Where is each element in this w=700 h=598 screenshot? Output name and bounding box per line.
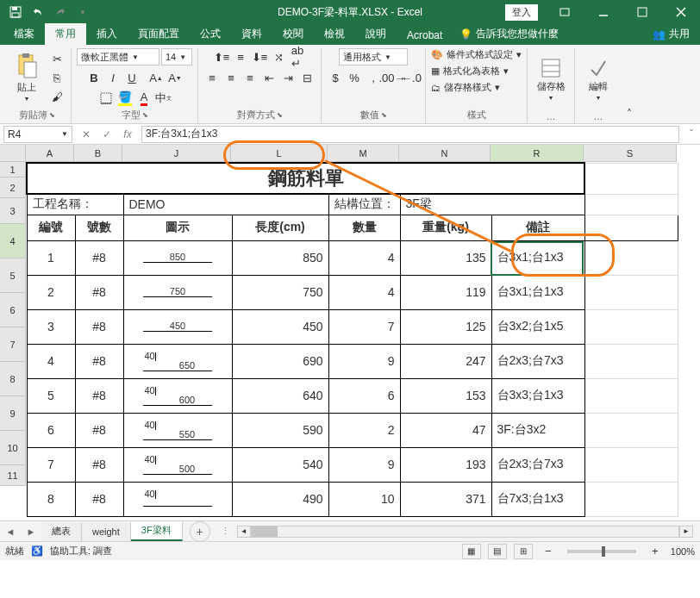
redo-button[interactable]	[50, 2, 71, 22]
align-top-button[interactable]: ⬆≡	[213, 48, 230, 65]
tab-help[interactable]: 說明	[355, 23, 397, 45]
undo-button[interactable]	[28, 2, 48, 22]
align-right-button[interactable]: ≡	[241, 69, 259, 86]
select-all-button[interactable]	[0, 145, 26, 162]
tab-file[interactable]: 檔案	[3, 23, 45, 45]
row-header[interactable]: 1	[0, 162, 26, 178]
cells-button[interactable]: 儲存格▼	[533, 53, 569, 106]
align-middle-button[interactable]: ≡	[232, 48, 249, 65]
cell-styles-button[interactable]: 🗂儲存格樣式 ▾	[431, 81, 500, 94]
sheet-cells[interactable]: 鋼筋料單工程名稱：DEMO結構位置：3F梁編號號數圖示長度(cm)數量重量(kg…	[26, 162, 678, 517]
enter-formula-button[interactable]: ✓	[97, 126, 117, 143]
tab-view[interactable]: 檢視	[314, 23, 355, 45]
row-header[interactable]: 10	[0, 431, 26, 465]
font-color-button[interactable]: A	[135, 90, 153, 107]
sheet-tab[interactable]: 3F梁料	[131, 522, 183, 541]
font-size-select[interactable]: 14▼	[161, 48, 192, 65]
worksheet-grid[interactable]: A B J L M N R S 1234567891011 鋼筋料單工程名稱：D…	[0, 145, 700, 520]
share-button[interactable]: 👥共用	[642, 23, 700, 45]
sheet-nav-prev[interactable]: ◄	[0, 521, 21, 542]
col-header[interactable]: A	[26, 145, 74, 162]
align-bottom-button[interactable]: ⬇≡	[251, 48, 268, 65]
row-header[interactable]: 3	[0, 198, 26, 224]
currency-button[interactable]: $	[327, 69, 344, 86]
border-button[interactable]	[97, 90, 115, 107]
number-format-select[interactable]: 通用格式▼	[339, 48, 408, 65]
col-header[interactable]: S	[584, 145, 677, 162]
fx-button[interactable]: fx	[117, 126, 138, 143]
indent-right-button[interactable]: ⇥	[279, 69, 297, 86]
minimize-button[interactable]	[584, 0, 622, 24]
zoom-out-button[interactable]: −	[540, 543, 557, 560]
maximize-button[interactable]	[622, 0, 661, 24]
row-header[interactable]: 9	[0, 396, 26, 431]
shrink-font-button[interactable]: A▼	[166, 69, 184, 86]
login-button[interactable]: 登入	[505, 4, 538, 21]
inc-decimal-button[interactable]: .00→	[384, 69, 401, 86]
editing-button[interactable]: 編輯▼	[580, 53, 616, 106]
dec-decimal-button[interactable]: ←.0	[403, 69, 420, 86]
qat-dropdown[interactable]: ▼	[72, 2, 93, 22]
font-name-select[interactable]: 微軟正黑體▼	[77, 48, 159, 65]
col-header[interactable]: M	[328, 145, 399, 162]
tab-layout[interactable]: 頁面配置	[128, 23, 190, 45]
grow-font-button[interactable]: A▲	[147, 69, 165, 86]
name-box[interactable]: R4▼	[3, 126, 72, 143]
row-header[interactable]: 7	[0, 327, 26, 362]
row-header[interactable]: 6	[0, 293, 26, 327]
align-center-button[interactable]: ≡	[222, 69, 240, 86]
tab-acrobat[interactable]: Acrobat	[397, 26, 453, 45]
save-button[interactable]	[5, 2, 26, 22]
format-table-button[interactable]: ▦格式化為表格 ▾	[431, 65, 509, 78]
italic-button[interactable]: I	[104, 69, 122, 86]
row-header[interactable]: 5	[0, 259, 26, 293]
phonetic-button[interactable]: 中文	[154, 90, 172, 107]
ribbon-display-icon[interactable]	[545, 0, 584, 24]
add-sheet-button[interactable]: +	[190, 521, 210, 542]
horizontal-scrollbar[interactable]: ◄►	[237, 526, 693, 538]
indent-left-button[interactable]: ⇤	[260, 69, 278, 86]
row-header[interactable]: 2	[0, 178, 26, 198]
close-button[interactable]	[661, 0, 700, 24]
underline-button[interactable]: U	[123, 69, 141, 86]
orientation-button[interactable]: ⤭	[270, 48, 287, 65]
tab-insert[interactable]: 插入	[86, 23, 128, 45]
align-left-button[interactable]: ≡	[203, 69, 221, 86]
zoom-in-button[interactable]: +	[647, 543, 664, 560]
tab-data[interactable]: 資料	[231, 23, 272, 45]
paste-button[interactable]: 貼上▼	[9, 51, 45, 104]
tell-me[interactable]: 💡告訴我您想做什麼	[456, 23, 562, 45]
zoom-level[interactable]: 100%	[671, 546, 695, 557]
view-normal-button[interactable]: ▦	[462, 544, 481, 559]
merge-button[interactable]: ⊟	[298, 69, 316, 86]
wrap-text-button[interactable]: ab↵	[289, 48, 306, 65]
row-header[interactable]: 4	[0, 224, 26, 259]
col-header[interactable]: L	[231, 145, 328, 162]
sheet-tab[interactable]: 總表	[41, 522, 82, 541]
collapse-ribbon-button[interactable]: ˄	[622, 48, 637, 123]
tab-home[interactable]: 常用	[45, 23, 86, 45]
sheet-tab[interactable]: weight	[82, 522, 131, 541]
fill-color-button[interactable]: 🪣	[116, 90, 134, 107]
view-page-layout-button[interactable]: ▤	[488, 544, 507, 559]
bold-button[interactable]: B	[85, 69, 103, 86]
expand-formula-bar[interactable]: ˇ	[683, 128, 700, 140]
zoom-slider[interactable]	[567, 550, 636, 553]
sheet-nav-next[interactable]: ►	[21, 521, 41, 542]
formula-bar[interactable]: 3F:台3x1;台1x3	[141, 126, 679, 143]
view-page-break-button[interactable]: ⊞	[514, 544, 533, 559]
status-accessibility[interactable]: 協助工具: 調查	[50, 545, 112, 558]
cond-format-button[interactable]: 🎨條件式格式設定 ▾	[431, 48, 522, 61]
percent-button[interactable]: %	[346, 69, 363, 86]
col-header[interactable]: B	[74, 145, 122, 162]
cut-button[interactable]: ✂	[48, 50, 66, 67]
tab-review[interactable]: 校閱	[272, 23, 314, 45]
tab-formulas[interactable]: 公式	[190, 23, 231, 45]
col-header[interactable]: N	[399, 145, 491, 162]
row-header[interactable]: 8	[0, 362, 26, 396]
col-header[interactable]: J	[122, 145, 231, 162]
copy-button[interactable]: ⎘	[48, 69, 66, 86]
row-header[interactable]: 11	[0, 465, 26, 486]
cancel-formula-button[interactable]: ✕	[76, 126, 97, 143]
format-painter-button[interactable]: 🖌	[48, 88, 66, 105]
